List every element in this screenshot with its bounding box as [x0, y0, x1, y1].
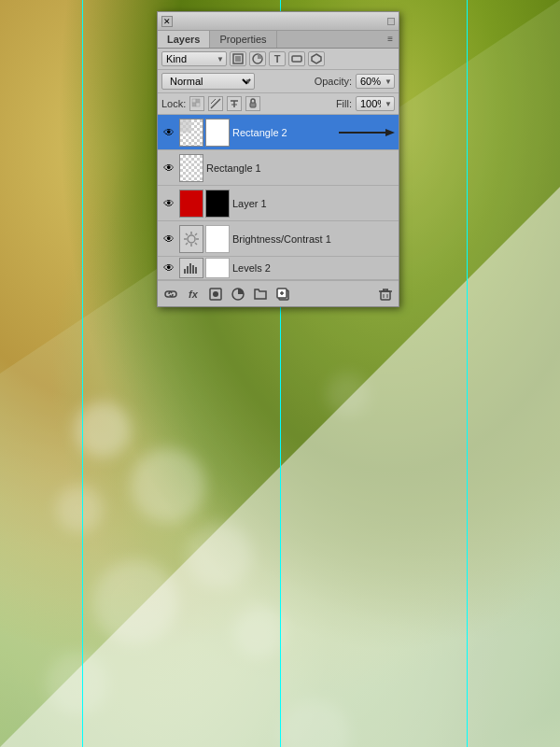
svg-line-24 [186, 233, 188, 235]
svg-point-19 [188, 235, 195, 243]
layer-thumb-right-rectangle2 [205, 119, 230, 147]
layer-thumbs-layer1 [179, 190, 230, 218]
panel-toolbar: fx [158, 280, 399, 306]
filter-row: Kind ▼ T [158, 49, 399, 70]
svg-line-11 [211, 99, 220, 108]
svg-rect-31 [192, 265, 194, 274]
panel-titlebar: ✕ [158, 12, 399, 31]
layer-thumbs-brightness [179, 225, 230, 253]
panel-tabs: Layers Properties ≡ [158, 31, 399, 49]
layer-thumb-left-rectangle1 [179, 154, 203, 182]
guide-vertical-1 [82, 0, 83, 747]
kind-filter-wrap: Kind ▼ [161, 51, 227, 66]
adjustment-icon[interactable] [229, 285, 247, 303]
blend-row: Normal Multiply Screen Overlay ▼ Opacity… [158, 70, 399, 93]
lock-row: Lock: Fill: [158, 93, 399, 115]
svg-rect-7 [192, 99, 196, 103]
layers-panel: ✕ Layers Properties ≡ Kind ▼ T [157, 11, 399, 307]
panel-expand-button[interactable] [387, 18, 395, 25]
layer-name-levels: Levels 2 [232, 262, 395, 274]
svg-rect-28 [184, 269, 186, 274]
svg-rect-40 [381, 291, 390, 300]
layer-thumb-right-brightness [205, 225, 230, 253]
layer-list: 👁 Rectangle 2 👁 Rectangle 1 [158, 115, 399, 280]
layer-thumb-left-levels [179, 258, 203, 278]
group-icon[interactable] [251, 285, 270, 303]
lock-all-icon[interactable] [245, 96, 260, 111]
tab-layers[interactable]: Layers [158, 31, 210, 48]
svg-rect-30 [189, 263, 191, 274]
filter-type-icon[interactable]: T [269, 51, 286, 66]
link-icon[interactable] [161, 285, 180, 303]
filter-shape-icon[interactable] [288, 51, 305, 66]
svg-rect-32 [195, 267, 197, 274]
blend-mode-dropdown[interactable]: Normal Multiply Screen Overlay [161, 73, 255, 90]
svg-line-27 [186, 243, 188, 245]
filter-pixel-icon[interactable] [230, 51, 246, 66]
fx-icon[interactable]: fx [184, 285, 203, 303]
layer-name-brightness: Brightness/Contrast 1 [232, 233, 395, 245]
svg-rect-9 [192, 103, 196, 106]
svg-point-34 [213, 291, 218, 297]
svg-rect-29 [187, 266, 189, 274]
layer-thumbs-rectangle2 [179, 119, 230, 147]
kind-filter-dropdown[interactable]: Kind [161, 51, 227, 66]
delete-layer-icon[interactable] [376, 285, 395, 303]
lock-position-icon[interactable] [227, 96, 242, 111]
layer-name-rectangle2: Rectangle 2 [232, 127, 332, 138]
svg-rect-8 [196, 99, 200, 103]
svg-rect-16 [250, 103, 256, 107]
layer-name-layer1: Layer 1 [232, 198, 395, 209]
layer-visibility-rectangle2[interactable]: 👁 [161, 125, 176, 140]
layer-visibility-layer1[interactable]: 👁 [161, 196, 176, 211]
svg-marker-18 [385, 129, 395, 136]
panel-menu-button[interactable]: ≡ [382, 31, 399, 48]
opacity-label: Opacity: [315, 76, 352, 87]
fill-wrap: ▼ [356, 96, 395, 111]
layer-row-brightness[interactable]: 👁 Brightness/ [158, 221, 399, 257]
layer-arrow-indicator [339, 126, 395, 139]
fill-label: Fill: [336, 98, 352, 109]
layer-thumb-left-brightness [179, 225, 203, 253]
svg-rect-10 [196, 103, 200, 106]
layer-thumb-right-levels [205, 258, 230, 278]
panel-close-button[interactable]: ✕ [161, 16, 173, 27]
svg-line-12 [211, 99, 216, 104]
svg-line-26 [195, 233, 197, 235]
new-layer-icon[interactable] [273, 285, 292, 303]
layer-visibility-rectangle1[interactable]: 👁 [161, 161, 176, 176]
layer-visibility-brightness[interactable]: 👁 [161, 232, 176, 247]
svg-marker-6 [312, 54, 321, 63]
mask-icon[interactable] [206, 285, 225, 303]
layer-thumbs-levels [179, 258, 230, 278]
lock-transparent-icon[interactable] [189, 96, 204, 111]
layer-row-rectangle1[interactable]: 👁 Rectangle 1 [158, 150, 399, 186]
svg-rect-3 [235, 56, 241, 62]
blend-mode-wrap: Normal Multiply Screen Overlay ▼ [161, 73, 255, 90]
lock-label: Lock: [161, 98, 186, 109]
lock-image-icon[interactable] [208, 96, 223, 111]
layer-thumb-left-layer1 [179, 190, 203, 218]
tab-properties[interactable]: Properties [210, 31, 276, 48]
filter-adjustment-icon[interactable] [249, 51, 266, 66]
svg-line-25 [195, 243, 197, 245]
layer-thumb-left-rectangle2 [179, 119, 203, 147]
layer-row-layer1[interactable]: 👁 Layer 1 [158, 186, 399, 221]
fill-input[interactable] [356, 96, 395, 111]
guide-vertical-3 [467, 0, 468, 747]
opacity-input[interactable] [356, 74, 395, 89]
opacity-wrap: ▼ [356, 74, 395, 89]
layer-thumb-right-layer1 [205, 190, 230, 218]
layer-name-rectangle1: Rectangle 1 [206, 162, 395, 174]
layer-visibility-levels[interactable]: 👁 [161, 261, 176, 275]
layer-row-rectangle2[interactable]: 👁 Rectangle 2 [158, 115, 399, 150]
layer-thumbs-rectangle1 [179, 154, 203, 182]
svg-rect-5 [292, 56, 301, 62]
fx-label: fx [189, 289, 198, 300]
filter-smart-icon[interactable] [308, 51, 325, 66]
layer-row-levels[interactable]: 👁 Levels 2 [158, 257, 399, 280]
